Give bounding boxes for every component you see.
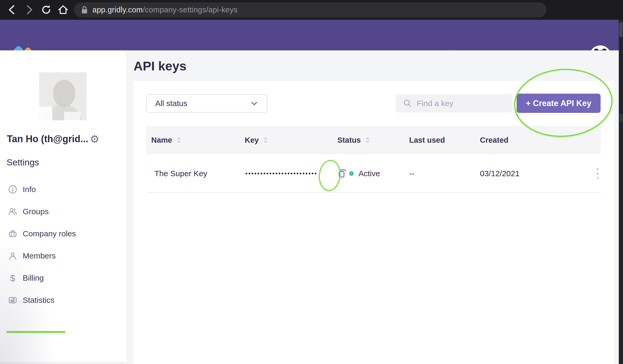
sidebar-item-label: Statistics <box>23 296 54 305</box>
column-label: Created <box>480 136 508 145</box>
column-label: Status <box>337 136 361 145</box>
app-header: Gridly Home › Settings ? Feedback <box>0 20 623 50</box>
column-label: Last used <box>409 136 445 145</box>
column-header-key[interactable]: Key <box>245 136 268 145</box>
status-filter-value: All status <box>155 99 187 108</box>
forward-icon[interactable] <box>23 4 35 16</box>
api-keys-card: All status + Create API Key Name Key <box>134 81 614 364</box>
lock-icon <box>81 6 88 15</box>
sidebar: Tan Ho (th@grid... ⚙ Settings Info Group… <box>0 50 126 364</box>
table-row: The Super Key •••••••••••••••••••••••• A… <box>146 154 601 193</box>
page-title: API keys <box>134 59 186 73</box>
sidebar-section-title: Settings <box>7 157 39 167</box>
cell-last-used: -- <box>409 154 414 193</box>
sort-icon <box>366 137 370 143</box>
sidebar-item-label: Company roles <box>23 229 76 238</box>
sidebar-item-api-keys[interactable]: </> API keys <box>0 362 126 364</box>
sort-icon <box>263 137 268 143</box>
cell-key-name: The Super Key <box>154 154 207 193</box>
search-icon <box>403 99 412 108</box>
info-icon <box>8 185 17 194</box>
sidebar-item-info[interactable]: Info <box>0 178 126 200</box>
sidebar-item-label: Members <box>23 251 56 260</box>
status-filter-dropdown[interactable]: All status <box>146 94 267 113</box>
sidebar-item-members[interactable]: Members <box>0 245 126 267</box>
sidebar-item-label: Groups <box>23 207 49 216</box>
column-header-status[interactable]: Status <box>337 136 370 145</box>
sidebar-item-billing[interactable]: $ Billing <box>0 267 126 289</box>
groups-icon <box>8 207 17 216</box>
status-text: Active <box>358 169 380 178</box>
sidebar-item-company-roles[interactable]: Company roles <box>0 223 126 245</box>
chevron-down-icon <box>251 100 258 107</box>
column-label: Name <box>151 136 172 145</box>
column-header-name[interactable]: Name <box>151 136 181 145</box>
active-item-green-underline-annotation <box>6 331 65 333</box>
browser-toolbar: app.gridly.com/company-settings/api-keys <box>0 0 623 20</box>
back-icon[interactable] <box>6 4 18 16</box>
row-actions-kebab-icon[interactable] <box>591 167 604 180</box>
sidebar-item-statistics[interactable]: Statistics <box>0 289 126 311</box>
sidebar-item-label: Billing <box>23 274 44 282</box>
url-bar[interactable]: app.gridly.com/company-settings/api-keys <box>74 2 546 17</box>
reload-icon[interactable] <box>40 4 52 16</box>
profile-photo <box>39 72 87 120</box>
cell-key-mask: •••••••••••••••••••••••• <box>245 154 318 193</box>
scrollbar-thumb[interactable] <box>619 22 622 37</box>
status-active-dot <box>349 171 354 176</box>
url-host: app.gridly.com <box>92 6 143 14</box>
url-path: /company-settings/api-keys <box>143 6 238 14</box>
search-input[interactable] <box>417 99 504 108</box>
copy-key-button[interactable] <box>337 169 347 179</box>
screen: app.gridly.com/company-settings/api-keys… <box>0 0 623 364</box>
user-name: Tan Ho (th@grid... <box>7 133 88 145</box>
statistics-icon <box>8 295 17 305</box>
column-header-created: Created <box>480 136 508 145</box>
sidebar-item-groups[interactable]: Groups <box>0 200 126 223</box>
column-header-last-used: Last used <box>409 136 445 145</box>
table-header: Name Key Status Last used Created <box>146 126 601 154</box>
create-api-key-button[interactable]: + Create API Key <box>517 94 601 113</box>
person-icon <box>8 251 17 261</box>
column-label: Key <box>245 136 259 145</box>
copy-icon <box>337 169 347 179</box>
home-icon[interactable] <box>57 4 69 16</box>
user-settings-gear-icon[interactable]: ⚙ <box>90 133 99 145</box>
briefcase-icon <box>8 229 17 238</box>
sort-icon <box>177 137 181 143</box>
cell-status: Active <box>349 154 380 193</box>
dollar-icon: $ <box>8 273 17 283</box>
cell-created: 03/12/2021 <box>480 154 520 193</box>
scrollbar-marker <box>619 113 622 122</box>
page-scrollbar[interactable] <box>619 20 623 364</box>
url-text: app.gridly.com/company-settings/api-keys <box>92 6 238 14</box>
search-field <box>396 94 512 113</box>
sidebar-item-label: Info <box>23 185 36 194</box>
